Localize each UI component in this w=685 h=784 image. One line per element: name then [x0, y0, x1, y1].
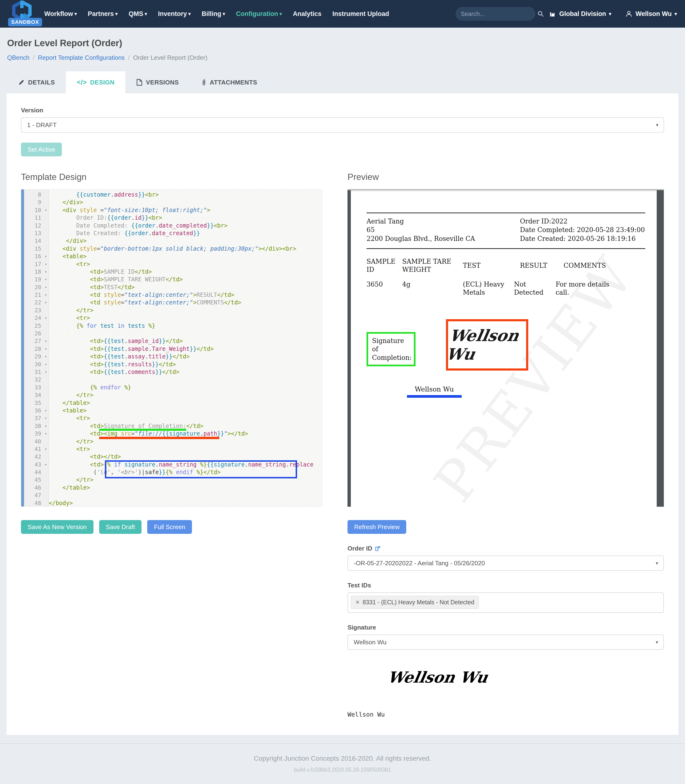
editor-line-number: 28▾: [24, 345, 48, 353]
editor-code-line: <td>{{test.sample.Tare_Weight}}</td>: [49, 345, 322, 353]
code-token: {{test: [104, 369, 124, 375]
user-menu[interactable]: Wellson Wu ▾: [625, 10, 677, 18]
tab-bar: DETAILS</>DESIGNVERSIONSATTACHMENTS: [7, 72, 685, 93]
tab-versions[interactable]: VERSIONS: [125, 72, 190, 93]
editor-line-number: 47: [24, 491, 48, 499]
code-token: src: [121, 430, 131, 437]
fold-caret-icon[interactable]: ▾: [45, 314, 47, 322]
code-indent: [49, 307, 76, 314]
signature-name-string: Wellson Wu: [347, 711, 664, 718]
fold-caret-icon[interactable]: ▾: [45, 361, 47, 368]
editor-line-number: 31▾: [24, 368, 48, 376]
tab-details[interactable]: DETAILS: [7, 72, 66, 93]
signature-select[interactable]: Wellson Wu ▾: [347, 634, 664, 650]
tab-design[interactable]: </>DESIGN: [66, 72, 126, 93]
remove-tag-icon[interactable]: ✕: [355, 599, 360, 605]
search-input[interactable]: [461, 10, 537, 17]
fold-caret-icon[interactable]: ▾: [45, 291, 47, 299]
fold-caret-icon[interactable]: ▾: [45, 422, 47, 430]
code-token: ": [224, 430, 227, 437]
breadcrumb-item[interactable]: QBench: [7, 54, 29, 61]
code-token: .: [124, 353, 128, 360]
search-icon[interactable]: [537, 10, 544, 17]
code-token: <tr>: [76, 415, 90, 421]
fold-caret-icon[interactable]: ▾: [45, 353, 47, 360]
division-selector[interactable]: Global Division ▾: [549, 10, 611, 18]
save-draft-button[interactable]: Save Draft: [99, 520, 142, 534]
version-select[interactable]: 1 - DRAFT ▾: [21, 117, 664, 133]
fold-caret-icon[interactable]: ▾: [45, 207, 47, 214]
set-active-button[interactable]: Set Active: [21, 143, 62, 156]
nav-item-inventory[interactable]: Inventory▾: [158, 10, 191, 18]
fold-caret-icon[interactable]: ▾: [45, 337, 47, 345]
fold-caret-icon[interactable]: ▾: [45, 283, 47, 291]
signature-of-completion-label: Signature of Completion:: [372, 337, 412, 361]
code-token: {{test: [104, 338, 124, 345]
editor-code-line: <td>SAMPLE ID</td>: [49, 268, 322, 276]
save-as-new-version-button[interactable]: Save As New Version: [21, 520, 94, 534]
report-column-header: SAMPLE TARE WEIGHT: [402, 257, 463, 274]
fold-caret-icon[interactable]: ▾: [45, 268, 47, 276]
code-token: </tr>: [76, 438, 94, 445]
preview-left-scrollbar[interactable]: [347, 190, 351, 507]
fold-caret-icon[interactable]: ▾: [45, 299, 47, 306]
fold-caret-icon[interactable]: ▾: [45, 276, 47, 283]
nav-item-analytics[interactable]: Analytics: [293, 10, 321, 18]
editor-code-line: <tr>: [49, 445, 322, 453]
preview-heading: Preview: [347, 172, 664, 182]
code-token: date_completed: [159, 222, 207, 229]
editor-code-area[interactable]: {{customer.address}}<br> </div> <div sty…: [49, 189, 322, 506]
fold-caret-icon[interactable]: ▾: [45, 260, 47, 268]
tab-label: DETAILS: [28, 79, 55, 86]
code-indent: [49, 261, 76, 268]
report-divider-bottom: [367, 248, 645, 249]
code-indent: [49, 446, 76, 452]
report-cell: For more details call.: [556, 274, 616, 296]
editor-line-number: 15: [24, 245, 48, 252]
code-token: RESULT: [196, 291, 217, 298]
fold-caret-icon[interactable]: ▾: [45, 415, 47, 422]
code-token: [124, 322, 128, 329]
editor-code-line: <td>{{test.assay.title}}</td>: [49, 353, 322, 360]
editor-line-number: 36▾: [24, 407, 48, 415]
blue-box-annotation: [105, 460, 297, 478]
app-logo[interactable]: SANDBOX: [8, 0, 34, 28]
code-token: </td>: [162, 369, 179, 375]
nav-item-partners[interactable]: Partners▾: [88, 10, 118, 18]
breadcrumb-item[interactable]: Report Template Configurations: [38, 54, 125, 61]
search-box[interactable]: [456, 7, 536, 21]
code-indent: [49, 322, 76, 329]
signer-block: Wellson Wu: [407, 385, 462, 398]
code-editor[interactable]: 8910▾111213141516▾17▾18▾19▾20▾21▾22▾2324…: [21, 189, 322, 507]
nav-item-instrument-upload[interactable]: Instrument Upload: [332, 10, 389, 18]
editor-code-line: {% for test in tests %}: [49, 322, 322, 330]
code-token: </td>: [117, 284, 135, 291]
nav-item-configuration[interactable]: Configuration▾: [236, 10, 282, 18]
order-id-select[interactable]: -OR-05-27-20202022 - Aerial Tang - 05/26…: [347, 556, 664, 571]
nav-item-qms[interactable]: QMS▾: [129, 10, 147, 18]
nav-item-workflow[interactable]: Workflow▾: [44, 10, 77, 18]
code-token: <tr>: [76, 446, 90, 452]
fold-caret-icon[interactable]: ▾: [45, 252, 47, 260]
preview-right-scrollbar[interactable]: [657, 190, 664, 507]
green-underline-annotation: [99, 429, 186, 431]
test-ids-input[interactable]: ✕ 8331 - (ECL) Heavy Metals - Not Detect…: [347, 592, 664, 613]
fold-caret-icon[interactable]: ▾: [45, 345, 47, 353]
editor-code-line: {{customer.address}}<br>: [49, 191, 322, 198]
code-token: (: [94, 469, 97, 475]
refresh-preview-button[interactable]: Refresh Preview: [347, 520, 406, 534]
full-screen-button[interactable]: Full Screen: [147, 520, 192, 534]
report-cell: (ECL) Heavy Metals: [463, 274, 514, 296]
code-token: }}: [217, 430, 224, 437]
report-cell: 3650: [367, 274, 402, 296]
code-token: %}: [145, 322, 155, 329]
external-link-icon[interactable]: [375, 545, 381, 552]
fold-caret-icon[interactable]: ▾: [45, 368, 47, 376]
fold-caret-icon[interactable]: ▾: [45, 445, 47, 453]
code-token: date_created: [152, 230, 193, 237]
fold-caret-icon[interactable]: ▾: [45, 407, 47, 415]
nav-item-billing[interactable]: Billing▾: [202, 10, 225, 18]
tab-attachments[interactable]: ATTACHMENTS: [190, 72, 268, 93]
fold-caret-icon[interactable]: ▾: [45, 461, 47, 468]
fold-caret-icon[interactable]: ▾: [45, 430, 47, 438]
